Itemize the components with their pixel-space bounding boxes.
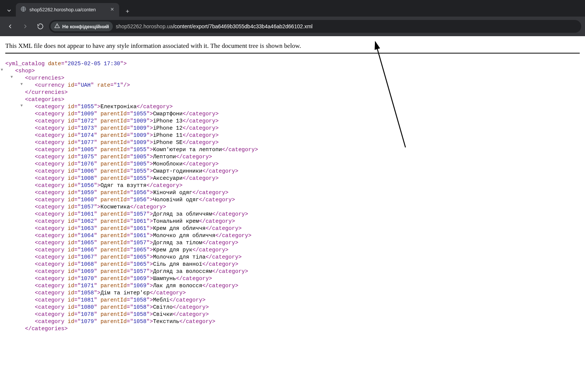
browser-tab[interactable]: shop52262.horoshop.ua/conten	[16, 3, 119, 17]
browser-chrome: shop52262.horoshop.ua/conten Не конфіден…	[0, 0, 585, 36]
security-label: Не конфіденційний	[62, 24, 109, 29]
back-button[interactable]	[4, 20, 17, 33]
tab-title: shop52262.horoshop.ua/conten	[29, 7, 107, 12]
xml-tree: <yml_catalog date="2025-02-05 17:30"> <s…	[5, 60, 580, 332]
tab-strip: shop52262.horoshop.ua/conten	[0, 0, 585, 17]
warning-icon	[54, 23, 60, 30]
url-path: /content/export/7ba6469b3055db4c33b4a46a…	[173, 23, 313, 29]
security-chip[interactable]: Не конфіденційний	[51, 21, 113, 31]
tabs-dropdown-button[interactable]	[2, 5, 16, 17]
xml-no-style-banner: This XML file does not appear to have an…	[5, 41, 580, 54]
forward-button[interactable]	[19, 20, 32, 33]
toolbar: Не конфіденційний shop52262.horoshop.ua/…	[0, 17, 585, 36]
url-host: shop52262.horoshop.ua	[116, 23, 173, 29]
page-content: This XML file does not appear to have an…	[0, 36, 585, 348]
close-icon[interactable]	[110, 6, 115, 13]
reload-button[interactable]	[34, 20, 47, 33]
url-text: shop52262.horoshop.ua/content/export/7ba…	[116, 23, 313, 29]
new-tab-button[interactable]	[122, 6, 133, 17]
globe-icon	[20, 6, 26, 14]
address-bar[interactable]: Не конфіденційний shop52262.horoshop.ua/…	[49, 20, 581, 33]
